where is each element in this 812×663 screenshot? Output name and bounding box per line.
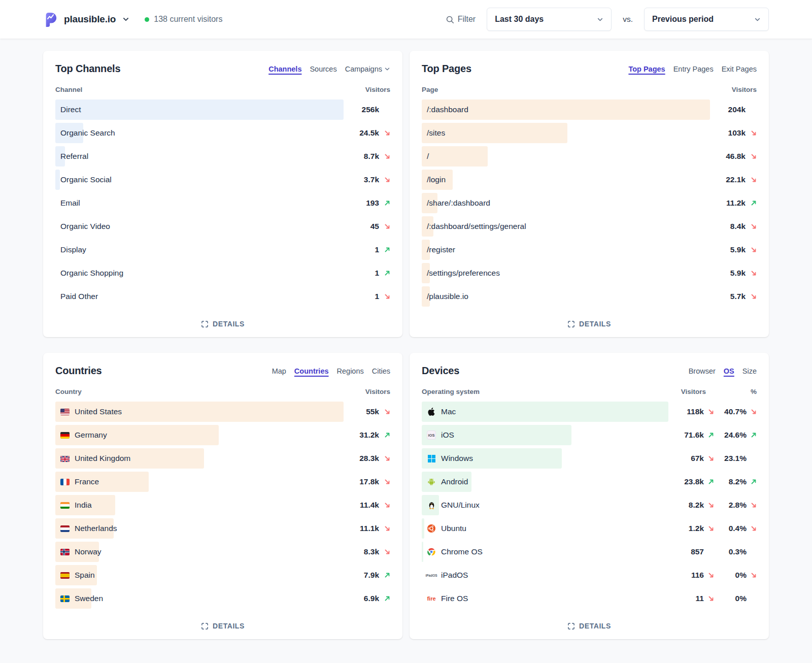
trend-up-icon <box>384 200 390 206</box>
column-header-: % <box>706 388 757 395</box>
expand-icon <box>567 622 575 630</box>
tab-channels[interactable]: Channels <box>268 65 301 73</box>
filter-button[interactable]: Filter <box>446 15 476 24</box>
trend-down-icon <box>384 223 390 229</box>
rows-list: Mac118k40.7%iOSiOS71.6k24.6%Windows67k23… <box>422 402 757 616</box>
table-row[interactable]: Mac118k40.7% <box>422 402 757 422</box>
details-label: DETAILS <box>579 622 611 630</box>
table-row[interactable]: Organic Shopping1 <box>55 263 390 283</box>
tab-browser[interactable]: Browser <box>689 367 716 375</box>
trend-down-icon <box>751 247 757 253</box>
table-row[interactable]: /share/:dashboard11.2k <box>422 193 757 213</box>
visitors-value-number: 8.3k <box>344 547 379 556</box>
visitors-value-number: 6.9k <box>344 594 379 603</box>
visitors-value-number: 23.8k <box>668 477 704 486</box>
trend-down-icon <box>384 130 390 136</box>
visitors-value-number: 8.2k <box>668 501 704 510</box>
table-row[interactable]: /settings/preferences5.9k <box>422 263 757 283</box>
table-row[interactable]: Email193 <box>55 193 390 213</box>
visitors-value-number: 71.6k <box>668 430 704 440</box>
visitors-value: 8.2k <box>668 501 714 510</box>
table-row[interactable]: /:dashboard/settings/general8.4k <box>422 216 757 237</box>
details-button[interactable]: DETAILS <box>201 314 245 329</box>
row-label: India <box>75 501 92 510</box>
table-row[interactable]: Android23.8k8.2% <box>422 472 757 492</box>
visitors-value: 3.7k <box>344 175 390 184</box>
table-row[interactable]: /plausible.io5.7k <box>422 286 757 307</box>
table-row[interactable]: Spain7.9k <box>55 565 390 585</box>
row-label: United Kingdom <box>75 454 130 463</box>
percent-value-number: 24.6% <box>714 430 747 440</box>
date-range-select[interactable]: Last 30 days <box>487 8 612 31</box>
table-row[interactable]: iOSiOS71.6k24.6% <box>422 425 757 445</box>
android-icon <box>427 477 436 486</box>
percent-value-number: 2.8% <box>714 501 747 510</box>
table-row[interactable]: /register5.9k <box>422 240 757 260</box>
de-flag-icon <box>60 432 70 439</box>
tab-countries[interactable]: Countries <box>294 367 329 375</box>
details-button[interactable]: DETAILS <box>567 314 611 329</box>
table-row[interactable]: /sites103k <box>422 123 757 143</box>
table-row[interactable]: Windows67k23.1% <box>422 448 757 469</box>
table-row[interactable]: /46.8k <box>422 146 757 167</box>
trend-down-icon <box>708 455 714 461</box>
table-row[interactable]: France17.8k <box>55 472 390 492</box>
panel-title: Devices <box>422 365 459 377</box>
table-row[interactable]: Ubuntu1.2k0.4% <box>422 518 757 539</box>
tab-map[interactable]: Map <box>272 367 286 375</box>
table-row[interactable]: Referral8.7k <box>55 146 390 167</box>
tab-regions[interactable]: Regions <box>337 367 364 375</box>
visitors-value-number: 8.7k <box>344 152 379 161</box>
table-row[interactable]: Display1 <box>55 240 390 260</box>
tab-size[interactable]: Size <box>742 367 757 375</box>
current-visitors[interactable]: 138 current visitors <box>145 15 222 24</box>
table-row[interactable]: Organic Video45 <box>55 216 390 237</box>
table-row[interactable]: United States55k <box>55 402 390 422</box>
site-switcher[interactable]: plausible.io <box>43 12 129 27</box>
row-label: /plausible.io <box>427 292 468 301</box>
table-row[interactable]: Sweden6.9k <box>55 588 390 609</box>
table-row[interactable]: United Kingdom28.3k <box>55 448 390 469</box>
table-row[interactable]: /login22.1k <box>422 170 757 190</box>
visitors-value-number: 1 <box>344 292 379 301</box>
filter-label: Filter <box>458 15 476 24</box>
details-button[interactable]: DETAILS <box>567 616 611 631</box>
column-header-channel: Channel <box>55 86 344 93</box>
table-row[interactable]: Germany31.2k <box>55 425 390 445</box>
table-row[interactable]: Organic Search24.5k <box>55 123 390 143</box>
compare-period-value: Previous period <box>652 15 714 24</box>
tab-sources[interactable]: Sources <box>310 65 336 73</box>
tab-top-pages[interactable]: Top Pages <box>628 65 665 73</box>
tab-cities[interactable]: Cities <box>372 367 390 375</box>
table-row[interactable]: Direct256k <box>55 100 390 120</box>
tab-os[interactable]: OS <box>724 367 734 375</box>
table-row[interactable]: Netherlands11.1k <box>55 518 390 539</box>
fr-flag-icon <box>60 479 70 485</box>
current-visitors-label: 138 current visitors <box>154 15 222 24</box>
panel-title: Top Pages <box>422 63 471 75</box>
table-row[interactable]: fireFire OS110% <box>422 588 757 609</box>
details-button[interactable]: DETAILS <box>201 616 245 631</box>
trend-down-icon <box>384 502 390 508</box>
tab-entry-pages[interactable]: Entry Pages <box>673 65 714 73</box>
table-row[interactable]: GNU/Linux8.2k2.8% <box>422 495 757 515</box>
visitors-value-number: 256k <box>344 105 379 114</box>
table-row[interactable]: /:dashboard204k <box>422 100 757 120</box>
details-label: DETAILS <box>579 320 611 328</box>
visitors-value: 71.6k <box>668 430 714 440</box>
tab-exit-pages[interactable]: Exit Pages <box>722 65 757 73</box>
table-row[interactable]: Chrome OS8570.3% <box>422 542 757 562</box>
visitors-value-number: 116 <box>668 571 704 580</box>
trend-down-icon <box>384 409 390 415</box>
expand-icon <box>201 320 209 328</box>
table-row[interactable]: iPadOSiPadOS1160% <box>422 565 757 585</box>
table-row[interactable]: Paid Other1 <box>55 286 390 307</box>
tab-campaigns[interactable]: Campaigns <box>345 65 390 73</box>
windows-icon <box>427 454 436 463</box>
row-label: /settings/preferences <box>427 269 500 278</box>
table-row[interactable]: Norway8.3k <box>55 542 390 562</box>
compare-period-select[interactable]: Previous period <box>644 8 769 31</box>
visitors-value: 45 <box>344 222 390 231</box>
table-row[interactable]: Organic Social3.7k <box>55 170 390 190</box>
table-row[interactable]: India11.4k <box>55 495 390 515</box>
